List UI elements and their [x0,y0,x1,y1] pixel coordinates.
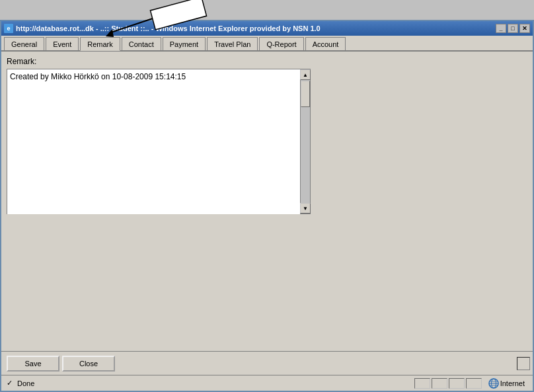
save-button[interactable]: Save [7,356,59,372]
tab-remark[interactable]: Remark [80,37,120,51]
status-done-text: Done [17,379,34,387]
title-bar: e http://database.rot...dk - ..:: Studen… [1,21,533,36]
minimize-button[interactable]: _ [496,24,506,33]
status-box-2 [432,378,447,389]
browser-window: e http://database.rot...dk - ..:: Studen… [0,20,534,392]
restore-button[interactable]: □ [508,24,518,33]
status-zone-boxes [414,378,482,389]
bottom-area: Save Close [1,351,533,375]
resize-grip [517,357,530,370]
tab-bar: General Event Remark Contact Payment Tra… [1,36,533,52]
globe-icon [488,378,499,389]
scrollbar-vertical[interactable]: ▲ ▼ [300,69,311,214]
scroll-down-button[interactable]: ▼ [300,203,311,214]
status-zone-text: Internet [500,379,525,387]
scroll-track[interactable] [301,80,310,203]
status-box-1 [414,378,430,389]
status-box-3 [449,378,465,389]
title-bar-left: e http://database.rot...dk - ..:: Studen… [4,24,321,33]
status-right: Internet [414,378,530,389]
status-done-icon: ✓ [4,378,15,389]
close-button[interactable]: Close [62,356,115,372]
content-area: Remark: ▲ ▼ [1,52,533,391]
status-internet: Internet [483,378,530,389]
status-bar: ✓ Done Internet [1,375,533,391]
window-title: http://database.rot...dk - ..:: Student … [16,24,321,32]
tab-travel-plan[interactable]: Travel Plan [207,37,258,50]
browser-icon: e [4,24,13,33]
close-button[interactable]: ✕ [519,24,530,33]
status-left: ✓ Done [4,378,414,389]
tab-event[interactable]: Event [46,37,79,50]
remark-textarea[interactable] [7,69,311,214]
window-controls: _ □ ✕ [496,24,530,33]
tab-payment[interactable]: Payment [163,37,206,50]
tab-general[interactable]: General [4,37,44,50]
scroll-up-button[interactable]: ▲ [300,69,311,80]
remark-wrapper: ▲ ▼ [7,69,311,214]
status-box-4 [466,378,482,389]
tab-q-report[interactable]: Q-Report [259,37,303,50]
tab-contact[interactable]: Contact [122,37,161,50]
scroll-thumb[interactable] [301,81,310,107]
remark-label: Remark: [7,57,527,66]
tab-account[interactable]: Account [305,37,346,50]
